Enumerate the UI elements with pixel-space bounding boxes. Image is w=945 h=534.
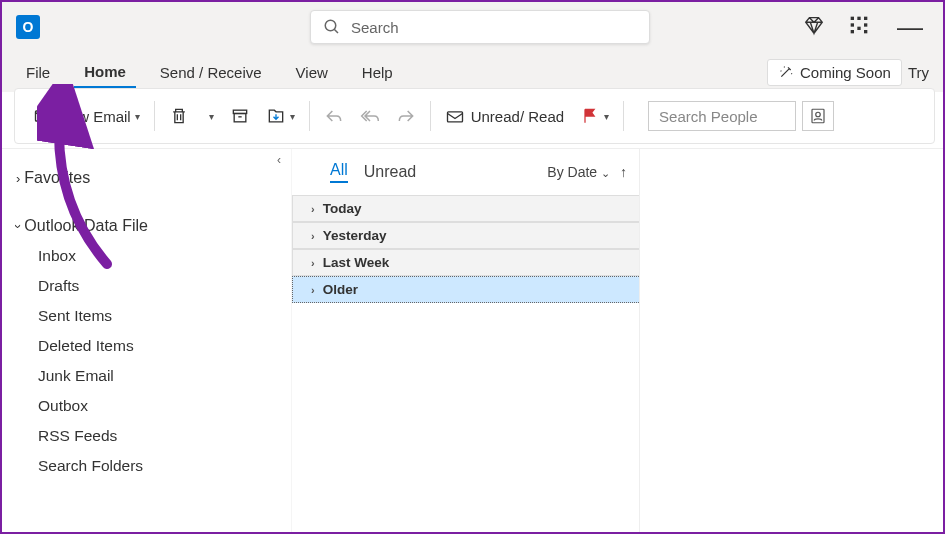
chevron-right-icon: ›	[311, 230, 315, 242]
svg-rect-6	[864, 23, 867, 26]
reading-pane	[640, 149, 943, 532]
contact-icon	[809, 107, 827, 125]
title-bar: O Search —	[2, 2, 943, 52]
forward-icon	[396, 106, 416, 126]
navigation-sidebar: ‹ › Favorites › Outlook Data File Inbox …	[2, 149, 292, 532]
filter-row: All Unread By Date ⌄ ↑	[292, 161, 639, 195]
filter-unread[interactable]: Unread	[364, 163, 416, 181]
trash-icon	[169, 106, 189, 126]
svg-rect-15	[812, 109, 824, 123]
folder-rss-feeds[interactable]: RSS Feeds	[38, 421, 291, 451]
sort-by-date[interactable]: By Date ⌄	[547, 164, 610, 180]
group-today[interactable]: › Today	[292, 195, 639, 222]
svg-rect-8	[857, 27, 860, 30]
chevron-right-icon: ›	[16, 171, 20, 186]
svg-line-1	[334, 29, 338, 33]
message-list-pane: All Unread By Date ⌄ ↑ › Today › Yesterd…	[292, 149, 640, 532]
group-older[interactable]: › Older	[292, 276, 639, 303]
folder-junk-email[interactable]: Junk Email	[38, 361, 291, 391]
svg-rect-2	[851, 17, 854, 20]
collapse-pane-icon[interactable]: ‹	[277, 153, 281, 167]
archive-button[interactable]	[222, 101, 258, 131]
filter-all[interactable]: All	[330, 161, 348, 183]
mail-plus-icon	[33, 106, 53, 126]
delete-button[interactable]	[161, 101, 197, 131]
reply-all-icon	[360, 106, 380, 126]
svg-rect-14	[447, 112, 462, 122]
reply-button[interactable]	[316, 101, 352, 131]
search-people-input[interactable]: Search People	[648, 101, 796, 131]
ribbon-tabs: File Home Send / Receive View Help Comin…	[2, 52, 943, 92]
svg-rect-12	[234, 114, 246, 122]
minimize-button[interactable]: —	[893, 23, 927, 31]
group-yesterday[interactable]: › Yesterday	[292, 222, 639, 249]
outlook-app-icon: O	[16, 15, 40, 39]
tab-help[interactable]: Help	[352, 58, 403, 87]
svg-rect-3	[857, 17, 860, 20]
chevron-down-icon: ⌄	[601, 167, 610, 179]
svg-rect-9	[864, 30, 867, 33]
chevron-right-icon: ›	[311, 203, 315, 215]
move-button[interactable]: ▾	[258, 101, 303, 131]
folder-deleted-items[interactable]: Deleted Items	[38, 331, 291, 361]
tab-home[interactable]: Home	[74, 57, 136, 88]
svg-rect-5	[851, 23, 854, 26]
tab-view[interactable]: View	[286, 58, 338, 87]
data-file-section[interactable]: › Outlook Data File	[16, 211, 291, 241]
folder-inbox[interactable]: Inbox	[38, 241, 291, 271]
new-email-button[interactable]: New Email ▾	[25, 101, 148, 131]
wand-icon	[778, 64, 794, 80]
folder-list: Inbox Drafts Sent Items Deleted Items Ju…	[16, 241, 291, 481]
chevron-down-icon: ▾	[604, 111, 609, 122]
svg-rect-4	[864, 17, 867, 20]
flag-button[interactable]: ▾	[572, 101, 617, 131]
svg-point-16	[816, 112, 821, 117]
move-to-icon	[266, 106, 286, 126]
coming-soon-button[interactable]: Coming Soon	[767, 59, 902, 86]
qr-icon[interactable]	[849, 15, 869, 39]
unread-read-button[interactable]: Unread/ Read	[437, 101, 572, 131]
chevron-down-icon: ▾	[135, 111, 140, 122]
reply-all-button[interactable]	[352, 101, 388, 131]
folder-sent-items[interactable]: Sent Items	[38, 301, 291, 331]
outlook-window: O Search — File Home Send / Receive View…	[0, 0, 945, 534]
chevron-right-icon: ›	[311, 284, 315, 296]
group-last-week[interactable]: › Last Week	[292, 249, 639, 276]
tab-send-receive[interactable]: Send / Receive	[150, 58, 272, 87]
flag-icon	[580, 106, 600, 126]
folder-drafts[interactable]: Drafts	[38, 271, 291, 301]
favorites-section[interactable]: › Favorites	[16, 163, 291, 193]
toolbar: New Email ▾ ▾ ▾ Unread/ Read	[14, 88, 935, 144]
search-icon	[323, 18, 341, 36]
reply-icon	[324, 106, 344, 126]
address-book-button[interactable]	[802, 101, 834, 131]
try-label[interactable]: Try	[908, 64, 929, 81]
content-area: ‹ › Favorites › Outlook Data File Inbox …	[2, 148, 943, 532]
diamond-icon[interactable]	[803, 14, 825, 40]
chevron-right-icon: ›	[311, 257, 315, 269]
archive-icon	[230, 106, 250, 126]
folder-outbox[interactable]: Outbox	[38, 391, 291, 421]
svg-rect-10	[36, 111, 49, 121]
envelope-icon	[445, 106, 465, 126]
sort-direction-button[interactable]: ↑	[620, 164, 627, 180]
svg-point-0	[325, 20, 336, 31]
chevron-down-icon: ▾	[290, 111, 295, 122]
search-box[interactable]: Search	[310, 10, 650, 44]
forward-button[interactable]	[388, 101, 424, 131]
svg-rect-7	[851, 30, 854, 33]
chevron-down-icon: ›	[11, 224, 26, 228]
folder-search-folders[interactable]: Search Folders	[38, 451, 291, 481]
search-placeholder: Search	[351, 19, 399, 36]
tab-file[interactable]: File	[16, 58, 60, 87]
delete-dropdown[interactable]: ▾	[197, 106, 222, 127]
title-bar-right: —	[803, 14, 927, 40]
